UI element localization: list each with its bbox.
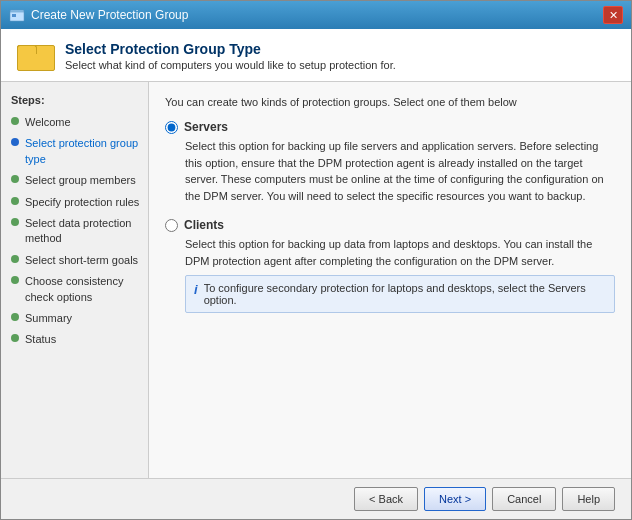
steps-label: Steps: bbox=[1, 90, 148, 112]
sidebar-item-summary[interactable]: Summary bbox=[1, 308, 148, 329]
header-section: Select Protection Group Type Select what… bbox=[1, 29, 631, 82]
info-icon: i bbox=[194, 282, 198, 297]
clients-option-block: Clients Select this option for backing u… bbox=[165, 218, 615, 313]
dot-icon bbox=[11, 276, 19, 284]
sidebar-item-welcome[interactable]: Welcome bbox=[1, 112, 148, 133]
servers-option-header: Servers bbox=[165, 120, 615, 134]
dot-icon bbox=[11, 218, 19, 226]
header-text: Select Protection Group Type Select what… bbox=[65, 41, 396, 71]
sidebar: Steps: Welcome Select protection group t… bbox=[1, 82, 149, 478]
folder-icon bbox=[17, 41, 53, 71]
clients-radio[interactable] bbox=[165, 219, 178, 232]
sidebar-item-data-protection[interactable]: Select data protection method bbox=[1, 213, 148, 250]
page-subtitle: Select what kind of computers you would … bbox=[65, 59, 396, 71]
servers-option-desc: Select this option for backing up file s… bbox=[185, 138, 615, 204]
dot-icon bbox=[11, 255, 19, 263]
clients-option-header: Clients bbox=[165, 218, 615, 232]
dot-icon bbox=[11, 117, 19, 125]
clients-option-desc: Select this option for backing up data f… bbox=[185, 236, 615, 269]
dot-icon bbox=[11, 313, 19, 321]
title-bar: Create New Protection Group ✕ bbox=[1, 1, 631, 29]
clients-info-box: i To configure secondary protection for … bbox=[185, 275, 615, 313]
dot-icon bbox=[11, 138, 19, 146]
servers-option-title: Servers bbox=[184, 120, 228, 134]
main-window: Create New Protection Group ✕ Select Pro… bbox=[0, 0, 632, 520]
title-bar-title: Create New Protection Group bbox=[31, 8, 603, 22]
content-area: Steps: Welcome Select protection group t… bbox=[1, 82, 631, 478]
page-title: Select Protection Group Type bbox=[65, 41, 396, 57]
sidebar-item-status[interactable]: Status bbox=[1, 329, 148, 350]
footer: < Back Next > Cancel Help bbox=[1, 478, 631, 519]
sidebar-item-select-members[interactable]: Select group members bbox=[1, 170, 148, 191]
dot-icon bbox=[11, 334, 19, 342]
servers-option-block: Servers Select this option for backing u… bbox=[165, 120, 615, 204]
help-button[interactable]: Help bbox=[562, 487, 615, 511]
dot-icon bbox=[11, 175, 19, 183]
close-button[interactable]: ✕ bbox=[603, 6, 623, 24]
dot-icon bbox=[11, 197, 19, 205]
sidebar-item-short-term[interactable]: Select short-term goals bbox=[1, 250, 148, 271]
intro-text: You can create two kinds of protection g… bbox=[165, 96, 615, 108]
cancel-button[interactable]: Cancel bbox=[492, 487, 556, 511]
next-button[interactable]: Next > bbox=[424, 487, 486, 511]
clients-option-title: Clients bbox=[184, 218, 224, 232]
back-button[interactable]: < Back bbox=[354, 487, 418, 511]
servers-radio[interactable] bbox=[165, 121, 178, 134]
title-bar-icon bbox=[9, 7, 25, 23]
clients-info-text: To configure secondary protection for la… bbox=[204, 282, 606, 306]
sidebar-item-consistency[interactable]: Choose consistency check options bbox=[1, 271, 148, 308]
sidebar-item-select-type[interactable]: Select protection group type bbox=[1, 133, 148, 170]
main-content: You can create two kinds of protection g… bbox=[149, 82, 631, 478]
svg-rect-2 bbox=[12, 14, 16, 17]
sidebar-item-specify-rules[interactable]: Specify protection rules bbox=[1, 192, 148, 213]
